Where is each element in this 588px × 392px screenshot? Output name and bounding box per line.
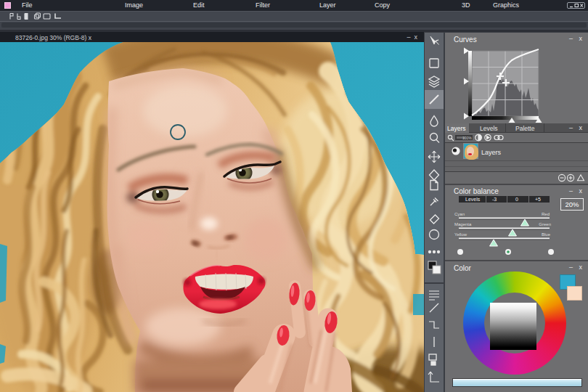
svg-text:Green: Green: [539, 222, 551, 226]
svg-text:Magenta: Magenta: [454, 222, 472, 226]
svg-text:100%: 100%: [462, 136, 472, 140]
svg-text:Cyan: Cyan: [454, 212, 465, 216]
svg-text:Yellow: Yellow: [454, 232, 467, 237]
svg-text:Red: Red: [542, 212, 550, 216]
svg-text:Blue: Blue: [542, 232, 551, 237]
